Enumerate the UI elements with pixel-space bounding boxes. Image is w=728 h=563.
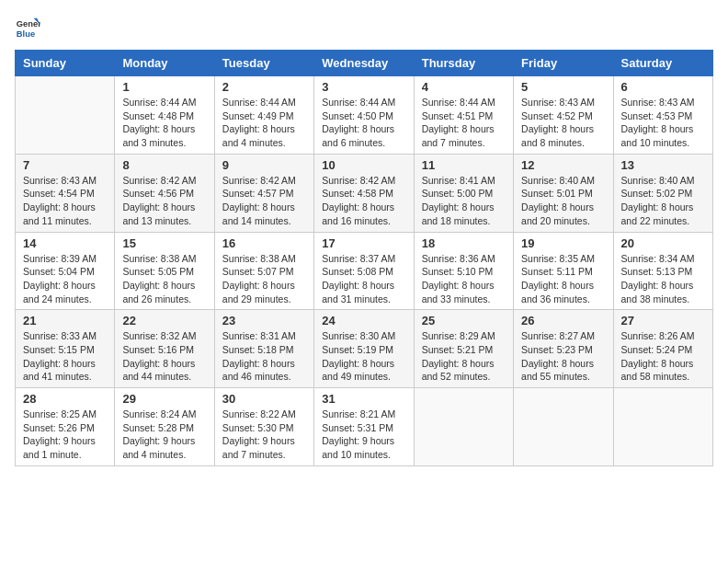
day-info: Sunrise: 8:44 AM Sunset: 4:51 PM Dayligh… — [422, 96, 506, 150]
calendar-cell: 10Sunrise: 8:42 AM Sunset: 4:58 PM Dayli… — [314, 154, 414, 232]
calendar-cell: 12Sunrise: 8:40 AM Sunset: 5:01 PM Dayli… — [514, 154, 613, 232]
day-number: 14 — [23, 236, 107, 250]
logo-icon: General Blue — [15, 15, 40, 40]
calendar-header-wednesday: Wednesday — [314, 51, 414, 76]
day-number: 3 — [322, 80, 405, 94]
calendar-cell: 25Sunrise: 8:29 AM Sunset: 5:21 PM Dayli… — [414, 310, 513, 388]
day-number: 28 — [23, 392, 107, 406]
day-number: 7 — [23, 158, 107, 172]
day-info: Sunrise: 8:42 AM Sunset: 4:58 PM Dayligh… — [322, 174, 405, 228]
day-info: Sunrise: 8:22 AM Sunset: 5:30 PM Dayligh… — [222, 408, 306, 462]
day-number: 15 — [122, 236, 206, 250]
calendar-table: SundayMondayTuesdayWednesdayThursdayFrid… — [15, 50, 713, 466]
calendar-cell: 9Sunrise: 8:42 AM Sunset: 4:57 PM Daylig… — [214, 154, 313, 232]
day-number: 20 — [621, 236, 705, 250]
day-info: Sunrise: 8:29 AM Sunset: 5:21 PM Dayligh… — [422, 329, 506, 384]
day-number: 30 — [222, 392, 306, 406]
day-info: Sunrise: 8:26 AM Sunset: 5:24 PM Dayligh… — [621, 329, 705, 384]
day-number: 8 — [122, 158, 206, 172]
calendar-cell: 31Sunrise: 8:21 AM Sunset: 5:31 PM Dayli… — [314, 388, 414, 466]
day-number: 22 — [122, 314, 206, 327]
day-number: 11 — [422, 158, 506, 172]
calendar-cell: 17Sunrise: 8:37 AM Sunset: 5:08 PM Dayli… — [314, 232, 414, 310]
day-info: Sunrise: 8:35 AM Sunset: 5:11 PM Dayligh… — [521, 252, 605, 306]
day-number: 4 — [422, 80, 506, 94]
day-number: 5 — [521, 80, 605, 94]
calendar-cell — [613, 388, 712, 466]
calendar-cell: 23Sunrise: 8:31 AM Sunset: 5:18 PM Dayli… — [214, 310, 313, 388]
logo: General Blue — [15, 15, 44, 40]
day-number: 2 — [222, 80, 306, 94]
calendar-cell: 14Sunrise: 8:39 AM Sunset: 5:04 PM Dayli… — [16, 232, 115, 310]
calendar-cell: 24Sunrise: 8:30 AM Sunset: 5:19 PM Dayli… — [314, 310, 414, 388]
calendar-cell: 1Sunrise: 8:44 AM Sunset: 4:48 PM Daylig… — [115, 76, 214, 155]
calendar-cell: 7Sunrise: 8:43 AM Sunset: 4:54 PM Daylig… — [16, 154, 115, 232]
calendar-header-monday: Monday — [115, 51, 214, 76]
calendar-cell: 26Sunrise: 8:27 AM Sunset: 5:23 PM Dayli… — [514, 310, 613, 388]
calendar-cell: 28Sunrise: 8:25 AM Sunset: 5:26 PM Dayli… — [16, 388, 115, 466]
day-number: 27 — [621, 314, 705, 327]
page-header: General Blue — [15, 15, 713, 40]
calendar-header-sunday: Sunday — [16, 51, 115, 76]
calendar-cell: 15Sunrise: 8:38 AM Sunset: 5:05 PM Dayli… — [115, 232, 214, 310]
day-info: Sunrise: 8:25 AM Sunset: 5:26 PM Dayligh… — [23, 408, 107, 462]
calendar-cell: 30Sunrise: 8:22 AM Sunset: 5:30 PM Dayli… — [214, 388, 313, 466]
day-number: 13 — [621, 158, 705, 172]
day-number: 26 — [521, 314, 605, 327]
day-info: Sunrise: 8:39 AM Sunset: 5:04 PM Dayligh… — [23, 252, 107, 306]
calendar-cell: 8Sunrise: 8:42 AM Sunset: 4:56 PM Daylig… — [115, 154, 214, 232]
calendar-cell: 27Sunrise: 8:26 AM Sunset: 5:24 PM Dayli… — [613, 310, 712, 388]
calendar-header-row: SundayMondayTuesdayWednesdayThursdayFrid… — [16, 51, 713, 76]
calendar-cell: 11Sunrise: 8:41 AM Sunset: 5:00 PM Dayli… — [414, 154, 513, 232]
calendar-cell: 19Sunrise: 8:35 AM Sunset: 5:11 PM Dayli… — [514, 232, 613, 310]
day-info: Sunrise: 8:44 AM Sunset: 4:48 PM Dayligh… — [122, 96, 206, 150]
calendar-cell: 5Sunrise: 8:43 AM Sunset: 4:52 PM Daylig… — [514, 76, 613, 155]
day-number: 25 — [422, 314, 506, 327]
day-number: 19 — [521, 236, 605, 250]
day-info: Sunrise: 8:33 AM Sunset: 5:15 PM Dayligh… — [23, 329, 107, 384]
day-info: Sunrise: 8:44 AM Sunset: 4:50 PM Dayligh… — [322, 96, 405, 150]
day-info: Sunrise: 8:38 AM Sunset: 5:05 PM Dayligh… — [122, 252, 206, 306]
calendar-cell — [514, 388, 613, 466]
calendar-cell: 29Sunrise: 8:24 AM Sunset: 5:28 PM Dayli… — [115, 388, 214, 466]
day-info: Sunrise: 8:42 AM Sunset: 4:57 PM Dayligh… — [222, 174, 306, 228]
day-info: Sunrise: 8:32 AM Sunset: 5:16 PM Dayligh… — [122, 329, 206, 384]
day-number: 31 — [322, 392, 405, 406]
calendar-cell: 16Sunrise: 8:38 AM Sunset: 5:07 PM Dayli… — [214, 232, 313, 310]
day-info: Sunrise: 8:40 AM Sunset: 5:01 PM Dayligh… — [521, 174, 605, 228]
calendar-week-row: 21Sunrise: 8:33 AM Sunset: 5:15 PM Dayli… — [16, 310, 713, 388]
day-number: 21 — [23, 314, 107, 327]
calendar-cell: 13Sunrise: 8:40 AM Sunset: 5:02 PM Dayli… — [613, 154, 712, 232]
day-number: 24 — [322, 314, 405, 327]
day-info: Sunrise: 8:21 AM Sunset: 5:31 PM Dayligh… — [322, 408, 405, 462]
day-number: 18 — [422, 236, 506, 250]
day-info: Sunrise: 8:27 AM Sunset: 5:23 PM Dayligh… — [521, 329, 605, 384]
calendar-header-friday: Friday — [514, 51, 613, 76]
day-info: Sunrise: 8:36 AM Sunset: 5:10 PM Dayligh… — [422, 252, 506, 306]
calendar-cell — [414, 388, 513, 466]
calendar-header-saturday: Saturday — [613, 51, 712, 76]
day-info: Sunrise: 8:31 AM Sunset: 5:18 PM Dayligh… — [222, 329, 306, 384]
calendar-week-row: 7Sunrise: 8:43 AM Sunset: 4:54 PM Daylig… — [16, 154, 713, 232]
day-info: Sunrise: 8:34 AM Sunset: 5:13 PM Dayligh… — [621, 252, 705, 306]
day-info: Sunrise: 8:44 AM Sunset: 4:49 PM Dayligh… — [222, 96, 306, 150]
day-number: 23 — [222, 314, 306, 327]
calendar-cell: 20Sunrise: 8:34 AM Sunset: 5:13 PM Dayli… — [613, 232, 712, 310]
day-info: Sunrise: 8:43 AM Sunset: 4:53 PM Dayligh… — [621, 96, 705, 150]
day-info: Sunrise: 8:38 AM Sunset: 5:07 PM Dayligh… — [222, 252, 306, 306]
calendar-cell: 3Sunrise: 8:44 AM Sunset: 4:50 PM Daylig… — [314, 76, 414, 155]
day-number: 1 — [122, 80, 206, 94]
day-number: 6 — [621, 80, 705, 94]
day-number: 9 — [222, 158, 306, 172]
day-number: 29 — [122, 392, 206, 406]
calendar-cell: 2Sunrise: 8:44 AM Sunset: 4:49 PM Daylig… — [214, 76, 313, 155]
calendar-header-thursday: Thursday — [414, 51, 513, 76]
day-info: Sunrise: 8:42 AM Sunset: 4:56 PM Dayligh… — [122, 174, 206, 228]
day-info: Sunrise: 8:41 AM Sunset: 5:00 PM Dayligh… — [422, 174, 506, 228]
calendar-cell: 21Sunrise: 8:33 AM Sunset: 5:15 PM Dayli… — [16, 310, 115, 388]
day-info: Sunrise: 8:43 AM Sunset: 4:54 PM Dayligh… — [23, 174, 107, 228]
calendar-cell: 4Sunrise: 8:44 AM Sunset: 4:51 PM Daylig… — [414, 76, 513, 155]
day-info: Sunrise: 8:37 AM Sunset: 5:08 PM Dayligh… — [322, 252, 405, 306]
day-info: Sunrise: 8:43 AM Sunset: 4:52 PM Dayligh… — [521, 96, 605, 150]
day-info: Sunrise: 8:24 AM Sunset: 5:28 PM Dayligh… — [122, 408, 206, 462]
